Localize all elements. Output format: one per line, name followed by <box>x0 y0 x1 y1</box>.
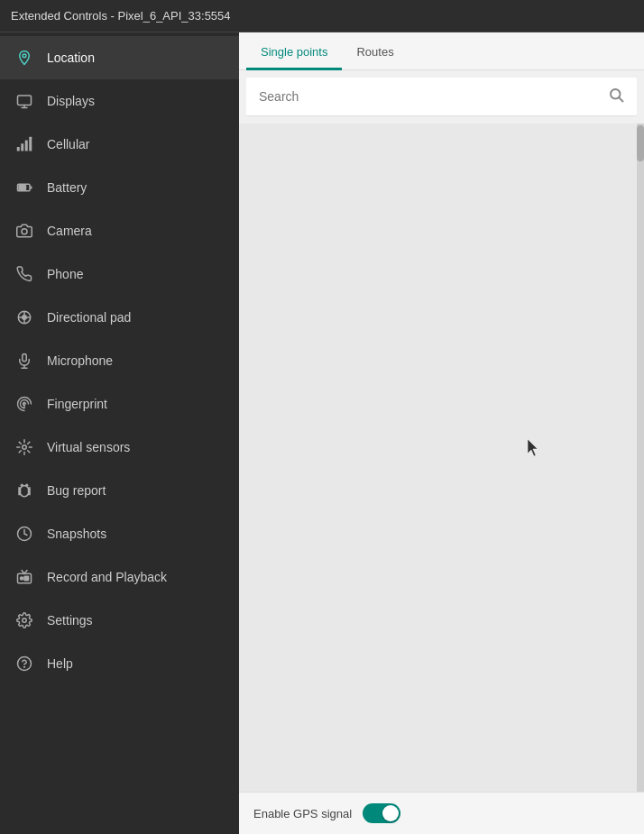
gps-area: Enable GPS signal <box>239 792 644 834</box>
svg-rect-9 <box>19 186 26 190</box>
search-input[interactable] <box>259 89 608 104</box>
camera-icon <box>14 221 34 241</box>
sidebar-label-fingerprint: Fingerprint <box>47 397 107 411</box>
svg-point-20 <box>23 445 27 450</box>
tab-single-points[interactable]: Single points <box>246 32 342 70</box>
sidebar-item-settings[interactable]: Settings <box>0 599 239 642</box>
sidebar-item-phone[interactable]: Phone <box>0 252 239 296</box>
main-container: LocationDisplaysCellularBatteryCameraPho… <box>0 32 644 834</box>
settings-icon <box>14 610 34 630</box>
title-bar: Extended Controls - Pixel_6_API_33:5554 <box>0 0 644 32</box>
sidebar-item-bug-report[interactable]: Bug report <box>0 469 239 512</box>
svg-point-23 <box>21 577 23 580</box>
sidebar-label-phone: Phone <box>47 267 83 281</box>
fingerprint-icon <box>14 394 34 414</box>
sidebar-item-camera[interactable]: Camera <box>0 209 239 252</box>
map-scrollbar[interactable] <box>637 124 644 792</box>
battery-icon <box>14 178 34 197</box>
cursor <box>528 439 538 455</box>
sidebar-label-settings: Settings <box>47 613 93 628</box>
sidebar-label-location: Location <box>47 50 95 65</box>
microphone-icon <box>14 351 34 371</box>
search-container <box>246 78 637 116</box>
directional-pad-icon <box>14 307 34 327</box>
bug-report-icon <box>14 481 34 500</box>
sidebar-label-virtual-sensors: Virtual sensors <box>47 440 130 454</box>
sidebar-item-battery[interactable]: Battery <box>0 166 239 209</box>
sidebar-item-directional-pad[interactable]: Directional pad <box>0 296 239 339</box>
sidebar-item-help[interactable]: Help <box>0 642 239 685</box>
cellular-icon <box>14 134 34 154</box>
help-icon <box>14 654 34 674</box>
sidebar-item-snapshots[interactable]: Snapshots <box>0 512 239 555</box>
tabs-bar: Single pointsRoutes <box>239 32 644 70</box>
sidebar-item-virtual-sensors[interactable]: Virtual sensors <box>0 426 239 469</box>
sidebar-item-fingerprint[interactable]: Fingerprint <box>0 382 239 426</box>
sidebar-label-bug-report: Bug report <box>47 483 106 498</box>
tab-routes[interactable]: Routes <box>342 32 408 70</box>
virtual-sensors-icon <box>14 437 34 457</box>
svg-rect-4 <box>17 147 20 151</box>
svg-marker-30 <box>528 439 538 456</box>
sidebar-item-location[interactable]: Location <box>0 36 239 79</box>
svg-rect-7 <box>29 137 32 151</box>
sidebar-label-directional-pad: Directional pad <box>47 310 131 325</box>
sidebar-label-microphone: Microphone <box>47 353 113 368</box>
title-text: Extended Controls - Pixel_6_API_33:5554 <box>11 9 231 23</box>
svg-point-12 <box>23 316 27 320</box>
sidebar-label-cellular: Cellular <box>47 137 89 151</box>
svg-point-10 <box>22 229 27 234</box>
sidebar-label-record-playback: Record and Playback <box>47 570 167 584</box>
map-area[interactable] <box>239 124 644 792</box>
svg-rect-6 <box>25 141 28 151</box>
search-icon <box>608 87 624 106</box>
sidebar-item-displays[interactable]: Displays <box>0 79 239 123</box>
toggle-knob <box>382 805 399 821</box>
sidebar-item-cellular[interactable]: Cellular <box>0 123 239 166</box>
sidebar-label-snapshots: Snapshots <box>47 527 106 541</box>
svg-rect-24 <box>24 576 29 581</box>
content-area: Single pointsRoutes <box>239 32 644 834</box>
svg-point-25 <box>23 619 27 623</box>
sidebar: LocationDisplaysCellularBatteryCameraPho… <box>0 32 239 834</box>
svg-rect-1 <box>18 96 32 105</box>
sidebar-item-microphone[interactable]: Microphone <box>0 339 239 382</box>
svg-rect-17 <box>23 354 27 362</box>
snapshots-icon <box>14 524 34 544</box>
displays-icon <box>14 91 34 111</box>
location-icon <box>14 48 34 68</box>
phone-icon <box>14 264 34 284</box>
svg-rect-5 <box>21 143 23 151</box>
sidebar-item-record-playback[interactable]: Record and Playback <box>0 555 239 599</box>
scrollbar-thumb[interactable] <box>637 125 644 161</box>
sidebar-label-battery: Battery <box>47 180 87 195</box>
svg-line-29 <box>619 97 622 101</box>
sidebar-label-help: Help <box>47 656 73 671</box>
record-playback-icon <box>14 567 34 587</box>
sidebar-label-displays: Displays <box>47 94 95 108</box>
sidebar-label-camera: Camera <box>47 224 92 238</box>
svg-point-0 <box>23 54 26 58</box>
gps-label: Enable GPS signal <box>253 807 352 820</box>
gps-toggle[interactable] <box>363 803 400 823</box>
